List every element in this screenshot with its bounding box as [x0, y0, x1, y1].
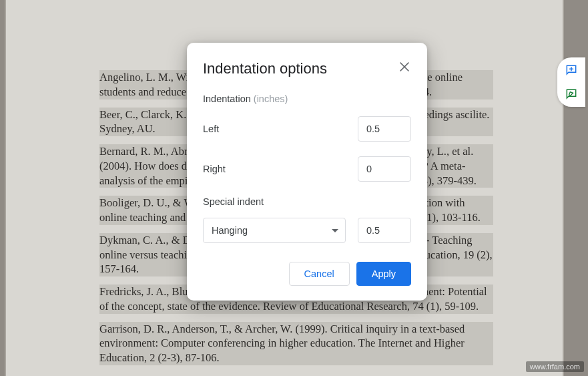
indentation-options-dialog: Indentation options Indentation (inches)…	[187, 43, 427, 301]
cancel-button[interactable]: Cancel	[289, 262, 350, 286]
suggest-edits-button[interactable]	[564, 87, 579, 102]
watermark: www.frfam.com	[526, 361, 584, 372]
left-indent-label: Left	[203, 124, 219, 134]
left-indent-row: Left	[203, 116, 411, 142]
dialog-actions: Cancel Apply	[203, 262, 411, 286]
special-indent-row: Hanging	[203, 218, 411, 243]
indentation-label-text: Indentation	[203, 93, 251, 104]
apply-button[interactable]: Apply	[356, 262, 411, 286]
right-indent-label: Right	[203, 164, 226, 174]
right-indent-row: Right	[203, 156, 411, 182]
close-icon	[399, 61, 410, 75]
special-indent-selected: Hanging	[212, 225, 248, 236]
indentation-section-label: Indentation (inches)	[203, 93, 411, 104]
chevron-down-icon	[332, 229, 338, 232]
special-indent-select[interactable]: Hanging	[203, 218, 346, 243]
comment-tools-rail	[557, 57, 585, 107]
add-comment-button[interactable]	[564, 63, 579, 77]
left-indent-input[interactable]	[358, 116, 411, 142]
right-indent-input[interactable]	[358, 156, 411, 182]
dialog-title: Indentation options	[203, 60, 411, 77]
special-indent-label: Special indent	[203, 196, 411, 207]
special-indent-value-input[interactable]	[358, 218, 411, 243]
close-button[interactable]	[395, 59, 414, 77]
indentation-units: (inches)	[254, 93, 288, 104]
